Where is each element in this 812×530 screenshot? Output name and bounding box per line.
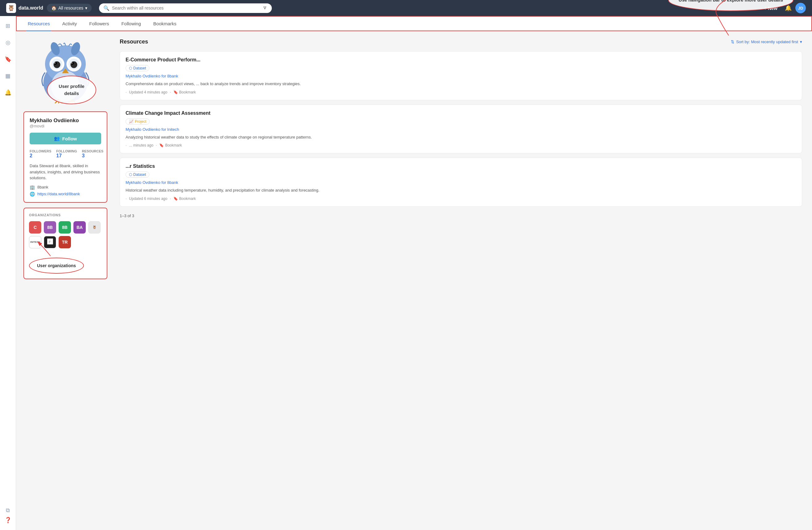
follow-icon: 👥 <box>54 136 60 141</box>
tabs-bar: Resources Activity Followers Following B… <box>16 16 812 31</box>
sort-icon: ⇅ <box>731 40 734 44</box>
sidebar-item-bookmark[interactable]: 🔖 <box>3 54 13 64</box>
chevron-down-icon: ▾ <box>85 5 87 11</box>
resources-header: Resources ⇅ Sort by: Most recently updat… <box>120 39 802 45</box>
followers-value: 2 <box>30 153 51 159</box>
resource-badge-dataset: ⬡ Dataset <box>126 65 149 71</box>
building-icon: 🏢 <box>30 185 35 190</box>
tab-followers[interactable]: Followers <box>88 17 110 31</box>
bookmark-icon: 🔖 <box>159 143 164 147</box>
org-badge-c[interactable]: C <box>29 221 41 234</box>
sidebar-item-bell[interactable]: 🔔 <box>3 88 13 98</box>
resource-meta: · Updated 4 minutes ago · 🔖 Bookmark <box>126 90 796 94</box>
organizations-title: ORGANIZATIONS <box>29 213 102 217</box>
svg-point-9 <box>54 63 55 63</box>
resource-desc: Historical weather data including temper… <box>126 187 796 193</box>
resource-owner[interactable]: Mykhailo Ovdiienko for 8bank <box>126 180 796 185</box>
bookmark-icon: 🔖 <box>173 90 178 94</box>
org-badge-8b-green[interactable]: 8B <box>59 221 71 234</box>
org-name: 8bank <box>37 185 48 189</box>
resource-name[interactable]: Climate Change Impact Assessment <box>126 111 796 116</box>
resource-name[interactable]: E-Commerce Product Perform... <box>126 57 796 63</box>
sort-button[interactable]: ⇅ Sort by: Most recently updated first ▾ <box>731 40 802 44</box>
org-meta: 🏢 8bank <box>30 185 101 190</box>
follow-button[interactable]: 👥 Follow <box>30 133 101 144</box>
org-badge-ba[interactable]: BA <box>73 221 86 234</box>
home-icon: 🏠 <box>51 5 56 11</box>
orgs-arrow <box>32 239 57 257</box>
logo-text: data.world <box>18 5 43 11</box>
notifications-bell-icon[interactable]: 🔔 <box>785 5 792 11</box>
dot-separator2: · <box>170 90 171 94</box>
org-badge-tr[interactable]: TR <box>59 236 71 248</box>
svg-point-7 <box>54 61 60 68</box>
resource-type: Project <box>135 119 146 124</box>
bookmark-button[interactable]: 🔖 Bookmark <box>173 90 196 94</box>
tab-resources[interactable]: Resources <box>27 17 51 31</box>
resource-selector-label: All resources <box>58 5 83 11</box>
website-meta: 🌐 https://data.world/8bank <box>30 192 101 196</box>
main-content: Resources Activity Followers Following B… <box>16 16 812 294</box>
tabs-inner: Resources Activity Followers Following B… <box>17 17 811 31</box>
resource-owner[interactable]: Mykhailo Ovdiienko for Initech <box>126 127 796 132</box>
resource-item: ...r Statistics ⬡ Dataset Mykhailo Ovdii… <box>120 158 802 207</box>
search-bar[interactable]: 🔍 ⛛ <box>99 3 272 13</box>
svg-point-14 <box>71 63 72 63</box>
profile-handle: @movdi <box>30 124 101 128</box>
sidebar-item-table[interactable]: ▦ <box>3 71 13 81</box>
bookmark-button[interactable]: 🔖 Bookmark <box>173 196 196 201</box>
resource-item: E-Commerce Product Perform... ⬡ Dataset … <box>120 51 802 100</box>
user-avatar[interactable]: JD <box>795 3 806 13</box>
chevron-down-icon: ▾ <box>800 40 802 44</box>
dot-separator: · <box>126 143 127 147</box>
resource-desc: Analyzing historical weather data to stu… <box>126 134 796 141</box>
tab-activity[interactable]: Activity <box>61 17 78 31</box>
resource-selector[interactable]: 🏠 All resources ▾ <box>47 4 92 12</box>
following-label: FOLLOWING <box>56 149 77 153</box>
project-icon: 📈 <box>129 119 134 124</box>
organizations-card: ORGANIZATIONS C 8B 8B BA 🦉 INITECH 🅰 TR … <box>24 208 107 279</box>
tab-following[interactable]: Following <box>120 17 142 31</box>
resource-owner[interactable]: Mykhailo Ovdiienko for 8bank <box>126 74 796 78</box>
nav-callout-arrow <box>710 0 772 39</box>
org-badge-8b-purple[interactable]: 8B <box>44 221 56 234</box>
bookmark-button[interactable]: 🔖 Bookmark <box>159 143 182 147</box>
resource-badge-project: 📈 Project <box>126 118 150 124</box>
sidebar-item-grid[interactable]: ⊞ <box>3 21 13 31</box>
website-link[interactable]: https://data.world/8bank <box>37 192 80 196</box>
orgs-annotation: User organizations <box>29 257 102 274</box>
logo[interactable]: 🦉 data.world <box>6 3 43 13</box>
sidebar-item-compass[interactable]: ◎ <box>3 38 13 47</box>
globe-icon: 🌐 <box>30 192 35 196</box>
resource-name[interactable]: ...r Statistics <box>126 163 796 169</box>
bookmark-icon: 🔖 <box>173 196 178 201</box>
dot-separator: · <box>126 196 127 201</box>
org-badge-owl[interactable]: 🦉 <box>88 221 101 234</box>
svg-point-12 <box>71 61 77 68</box>
resources-label: RESOURCES <box>82 149 104 153</box>
filter-icon[interactable]: ⛛ <box>263 5 267 11</box>
profile-bio: Data Steward at 8bank, skilled in analyt… <box>30 163 101 181</box>
tab-bookmarks[interactable]: Bookmarks <box>152 17 178 31</box>
profile-callout: User profiledetails <box>47 76 96 104</box>
sort-label: Sort by: Most recently updated first <box>736 40 798 44</box>
search-icon: 🔍 <box>103 5 110 11</box>
stats-row: FOLLOWERS 2 FOLLOWING 17 RESOURCES 3 <box>30 149 101 159</box>
dot-separator: · <box>126 90 127 94</box>
resource-badge-dataset: ⬡ Dataset <box>126 172 149 178</box>
sidebar: ⊞ ◎ 🔖 ▦ 🔔 ⧉ ❓ <box>0 16 16 294</box>
followers-stat: FOLLOWERS 2 <box>30 149 51 159</box>
resource-meta: · Updated 6 minutes ago · 🔖 Bookmark <box>126 196 796 201</box>
orgs-callout: User organizations <box>29 257 84 274</box>
dataset-icon: ⬡ <box>129 66 132 70</box>
followers-label: FOLLOWERS <box>30 149 51 153</box>
following-value: 17 <box>56 153 77 159</box>
search-input[interactable] <box>112 5 260 11</box>
profile-card: Mykhailo Ovdiienko @movdi 👥 Follow FOLLO… <box>24 112 107 203</box>
resource-type: Dataset <box>133 66 146 70</box>
resource-meta: · ... minutes ago · 🔖 Bookmark <box>126 143 796 147</box>
updated-time: Updated 6 minutes ago <box>129 196 167 201</box>
resources-panel: Use navigation bar to explore more user … <box>115 39 812 286</box>
following-stat: FOLLOWING 17 <box>56 149 77 159</box>
updated-time: Updated 4 minutes ago <box>129 90 167 94</box>
